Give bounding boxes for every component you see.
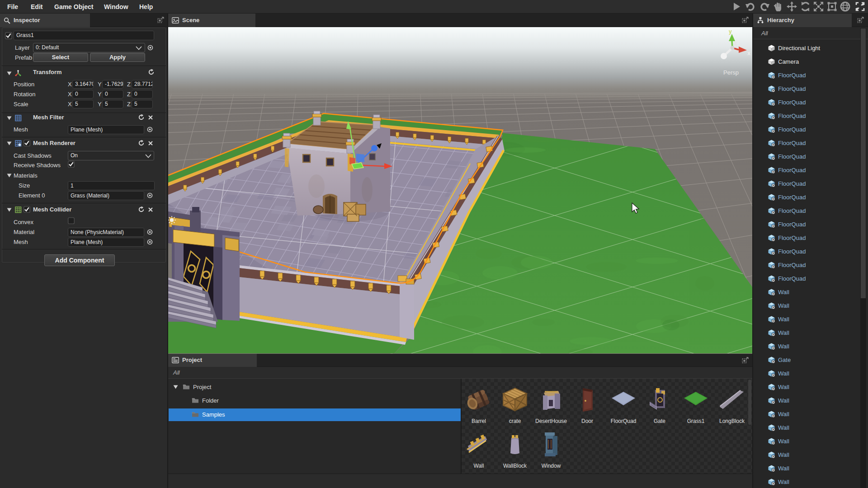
svg-text:Persp: Persp bbox=[723, 69, 739, 76]
svg-text:z: z bbox=[734, 40, 737, 47]
svg-text:x: x bbox=[747, 50, 751, 56]
svg-text:y: y bbox=[729, 28, 732, 35]
